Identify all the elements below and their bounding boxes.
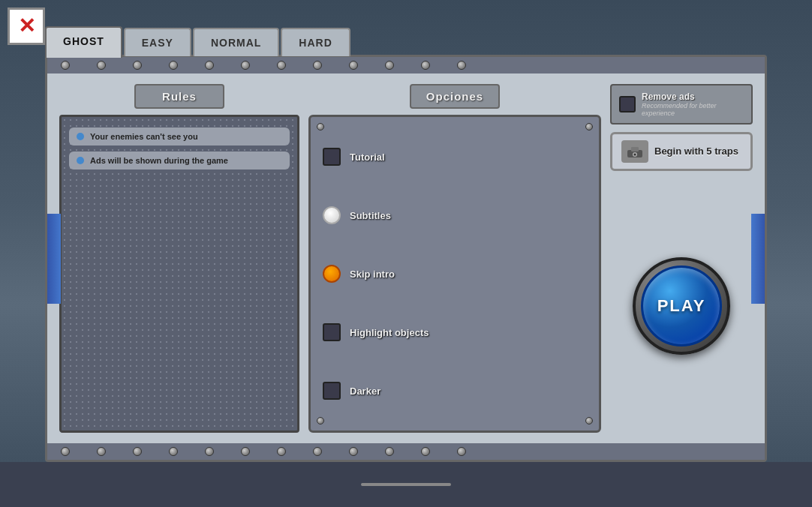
darker-label: Darker <box>350 386 380 397</box>
rivet <box>97 447 106 456</box>
subtitles-label: Subtitles <box>350 210 391 221</box>
rules-panel: Rules Your enemies can't see you Ads wil… <box>59 84 299 433</box>
highlight-checkbox[interactable] <box>323 323 341 341</box>
bottom-bar <box>0 462 812 507</box>
highlight-label: Highlight objects <box>350 327 429 338</box>
rivet <box>241 61 250 70</box>
traps-box[interactable]: Begin with 5 traps <box>610 132 753 171</box>
traps-icon <box>621 140 648 163</box>
rivet <box>421 447 430 456</box>
rivet <box>349 447 358 456</box>
screw-tl <box>317 123 324 130</box>
rivet <box>385 61 394 70</box>
tab-normal[interactable]: NORMAL <box>193 28 279 56</box>
close-button[interactable]: ✕ <box>8 8 45 45</box>
rivet <box>205 61 214 70</box>
bottom-rivets-row <box>47 443 765 460</box>
option-row-skip-intro[interactable]: Skip intro <box>323 263 587 284</box>
rivet <box>313 447 322 456</box>
play-label: PLAY <box>657 296 706 316</box>
svg-rect-1 <box>631 147 639 152</box>
options-panel: Opciones Tutorial Subtitles <box>308 84 601 433</box>
rivet <box>133 447 142 456</box>
rivet <box>277 447 286 456</box>
close-icon: ✕ <box>18 16 35 37</box>
main-panel: Rules Your enemies can't see you Ads wil… <box>45 55 767 462</box>
tutorial-checkbox[interactable] <box>323 148 341 166</box>
skip-intro-label: Skip intro <box>350 268 395 280</box>
option-row-highlight[interactable]: Highlight objects <box>323 322 587 343</box>
rule-item-1: Your enemies can't see you <box>69 128 290 146</box>
rivet <box>457 61 466 70</box>
rivet <box>169 61 178 70</box>
rivet <box>169 447 178 456</box>
tutorial-label: Tutorial <box>350 152 385 163</box>
remove-ads-checkbox[interactable] <box>619 96 636 112</box>
tab-easy[interactable]: EASY <box>124 28 191 56</box>
rivet <box>61 447 70 456</box>
rivet <box>205 447 214 456</box>
ads-text-block: Remove ads Recommended for better experi… <box>642 92 744 117</box>
rule-text-2: Ads will be shown during the game <box>90 156 228 165</box>
skip-intro-toggle[interactable] <box>323 265 341 283</box>
play-button-inner: PLAY <box>641 266 722 346</box>
rivet <box>421 61 430 70</box>
tab-hard[interactable]: HARD <box>281 28 350 56</box>
options-title: Opciones <box>410 84 500 109</box>
option-row-darker[interactable]: Darker <box>323 380 587 401</box>
rivet <box>313 61 322 70</box>
screw-br <box>585 417 593 424</box>
rivet <box>241 447 250 456</box>
tab-bar: ✕ GHOST EASY NORMAL HARD <box>45 0 767 56</box>
rules-title: Rules <box>134 84 224 109</box>
rule-indicator-2 <box>77 157 84 164</box>
blue-stripe-right <box>751 214 765 304</box>
tab-ghost[interactable]: GHOST <box>45 26 122 58</box>
remove-ads-box[interactable]: Remove ads Recommended for better experi… <box>610 84 753 124</box>
rivet <box>277 61 286 70</box>
screw-bl <box>317 417 324 424</box>
rule-item-2: Ads will be shown during the game <box>69 152 290 170</box>
rivet <box>133 61 142 70</box>
rivet <box>349 61 358 70</box>
rivet <box>385 447 394 456</box>
screw-tr <box>585 123 593 130</box>
remove-ads-subtitle: Recommended for better experience <box>642 102 744 117</box>
svg-point-3 <box>634 154 636 156</box>
options-box: Tutorial Subtitles Skip intro Highlight … <box>308 115 601 433</box>
scroll-indicator <box>361 483 451 486</box>
blue-stripe-left <box>47 214 61 304</box>
traps-label: Begin with 5 traps <box>654 146 738 158</box>
subtitles-toggle[interactable] <box>323 206 341 224</box>
right-panel: Remove ads Recommended for better experi… <box>610 84 753 433</box>
remove-ads-title: Remove ads <box>642 92 744 102</box>
option-row-tutorial[interactable]: Tutorial <box>323 146 587 167</box>
option-row-subtitles[interactable]: Subtitles <box>323 205 587 226</box>
content-area: Rules Your enemies can't see you Ads wil… <box>47 74 765 443</box>
rivet <box>457 447 466 456</box>
darker-checkbox[interactable] <box>323 382 341 400</box>
play-button[interactable]: PLAY <box>633 257 730 355</box>
top-rivets-row <box>47 57 765 74</box>
rule-indicator-1 <box>77 133 84 140</box>
rivet <box>97 61 106 70</box>
play-area: PLAY <box>610 178 753 433</box>
screen-background: Rules Your enemies can't see you Ads wil… <box>0 0 812 507</box>
rivet <box>61 61 70 70</box>
rule-text-1: Your enemies can't see you <box>90 132 198 141</box>
rules-box: Your enemies can't see you Ads will be s… <box>59 115 299 433</box>
